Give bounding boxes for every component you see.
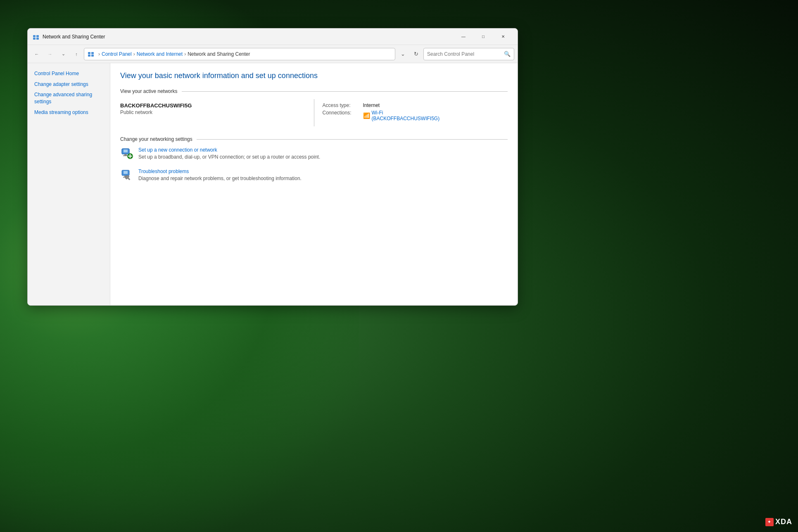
breadcrumb-bar: › Control Panel › Network and Internet ›… bbox=[84, 48, 395, 60]
new-connection-icon bbox=[120, 147, 133, 160]
maximize-button[interactable]: □ bbox=[474, 30, 493, 43]
search-button[interactable]: 🔍 bbox=[504, 51, 511, 57]
breadcrumb-network-internet[interactable]: Network and Internet bbox=[137, 51, 183, 57]
breadcrumb-sep-3: › bbox=[184, 51, 186, 57]
network-sharing-window: Network and Sharing Center — □ ✕ ← → ⌄ ↑… bbox=[27, 28, 518, 306]
svg-rect-0 bbox=[33, 35, 36, 37]
network-name: BACKOFFBACCHUSWIFI5G bbox=[120, 102, 306, 109]
change-settings-label: Change your networking settings bbox=[120, 136, 192, 142]
sidebar-item-change-adapter[interactable]: Change adapter settings bbox=[28, 79, 110, 90]
xda-text: XDA bbox=[775, 518, 792, 526]
search-bar: 🔍 bbox=[423, 48, 514, 60]
address-bar: ← → ⌄ ↑ › Control Panel › Network and In… bbox=[28, 45, 518, 63]
window-title: Network and Sharing Center bbox=[43, 34, 454, 40]
svg-rect-15 bbox=[128, 156, 132, 157]
content-area: Control Panel Home Change adapter settin… bbox=[28, 63, 518, 305]
active-networks-header: View your active networks bbox=[120, 88, 508, 94]
new-connection-title[interactable]: Set up a new connection or network bbox=[138, 147, 320, 153]
svg-rect-7 bbox=[91, 55, 94, 57]
wifi-network-name: (BACKOFFBACCHUSWIFI5G) bbox=[372, 116, 440, 121]
svg-rect-2 bbox=[33, 38, 36, 40]
window-icon bbox=[33, 33, 39, 40]
wifi-name: Wi-Fi bbox=[372, 110, 383, 116]
search-input[interactable] bbox=[427, 51, 504, 57]
network-type: Public network bbox=[120, 109, 306, 115]
close-button[interactable]: ✕ bbox=[494, 30, 513, 43]
active-networks-label: View your active networks bbox=[120, 88, 178, 94]
active-networks-divider bbox=[182, 91, 508, 92]
network-info-grid: BACKOFFBACCHUSWIFI5G Public network Acce… bbox=[120, 99, 508, 126]
back-button[interactable]: ← bbox=[31, 48, 43, 60]
svg-rect-6 bbox=[88, 55, 90, 57]
main-content: View your basic network information and … bbox=[110, 63, 518, 305]
action-new-connection: Set up a new connection or network Set u… bbox=[120, 147, 508, 160]
breadcrumb-sep-1: › bbox=[98, 51, 100, 57]
sidebar: Control Panel Home Change adapter settin… bbox=[28, 63, 110, 305]
dropdown-button[interactable]: ⌄ bbox=[57, 48, 69, 60]
new-connection-desc: Set up a broadband, dial-up, or VPN conn… bbox=[138, 154, 320, 160]
refresh-button[interactable]: ↻ bbox=[410, 48, 422, 60]
xda-box: ✦ bbox=[765, 518, 774, 526]
sidebar-item-media-streaming[interactable]: Media streaming options bbox=[28, 107, 110, 118]
svg-rect-1 bbox=[36, 35, 39, 37]
svg-rect-3 bbox=[36, 38, 39, 40]
breadcrumb-control-panel[interactable]: Control Panel bbox=[102, 51, 132, 57]
sidebar-item-change-advanced-sharing[interactable]: Change advanced sharing settings bbox=[28, 90, 110, 107]
troubleshoot-svg bbox=[120, 169, 133, 182]
action-troubleshoot-content: Troubleshoot problems Diagnose and repai… bbox=[138, 169, 302, 181]
svg-rect-10 bbox=[124, 150, 128, 152]
forward-button[interactable]: → bbox=[44, 48, 56, 60]
troubleshoot-icon bbox=[120, 169, 133, 182]
breadcrumb-sep-2: › bbox=[133, 51, 135, 57]
network-details-col: Access type: Internet Connections: 📶 Wi-… bbox=[323, 99, 508, 126]
wifi-row: 📶 Wi-Fi (BACKOFFBACCHUSWIFI5G) bbox=[363, 110, 440, 121]
title-bar: Network and Sharing Center — □ ✕ bbox=[28, 28, 518, 45]
svg-rect-5 bbox=[91, 52, 94, 54]
wifi-link[interactable]: Wi-Fi (BACKOFFBACCHUSWIFI5G) bbox=[372, 110, 440, 121]
connections-row: Connections: 📶 Wi-Fi (BACKOFFBACCHUSWIFI… bbox=[323, 110, 508, 121]
troubleshoot-desc: Diagnose and repair network problems, or… bbox=[138, 176, 302, 181]
connections-label: Connections: bbox=[323, 110, 360, 116]
wifi-signal-icon: 📶 bbox=[363, 112, 370, 119]
address-dropdown-button[interactable]: ⌄ bbox=[397, 48, 408, 60]
change-settings-divider bbox=[197, 139, 508, 140]
access-type-label: Access type: bbox=[323, 102, 360, 108]
breadcrumb-cp-icon bbox=[88, 51, 94, 57]
action-troubleshoot: Troubleshoot problems Diagnose and repai… bbox=[120, 169, 508, 182]
xda-watermark: ✦ XDA bbox=[765, 518, 792, 526]
action-new-connection-content: Set up a new connection or network Set u… bbox=[138, 147, 320, 160]
change-settings-header: Change your networking settings bbox=[120, 136, 508, 142]
svg-rect-4 bbox=[88, 52, 90, 54]
network-name-col: BACKOFFBACCHUSWIFI5G Public network bbox=[120, 99, 306, 126]
title-bar-controls: — □ ✕ bbox=[454, 30, 513, 43]
troubleshoot-title[interactable]: Troubleshoot problems bbox=[138, 169, 302, 174]
page-title: View your basic network information and … bbox=[120, 71, 508, 80]
network-vertical-divider bbox=[314, 99, 314, 126]
access-type-row: Access type: Internet bbox=[323, 102, 508, 108]
up-button[interactable]: ↑ bbox=[71, 48, 82, 60]
access-type-value: Internet bbox=[363, 102, 380, 108]
new-connection-svg bbox=[120, 147, 133, 160]
minimize-button[interactable]: — bbox=[454, 30, 473, 43]
breadcrumb-current: Network and Sharing Center bbox=[188, 51, 250, 57]
svg-rect-11 bbox=[124, 154, 127, 155]
sidebar-item-control-panel-home[interactable]: Control Panel Home bbox=[28, 68, 110, 79]
svg-rect-17 bbox=[124, 171, 128, 174]
